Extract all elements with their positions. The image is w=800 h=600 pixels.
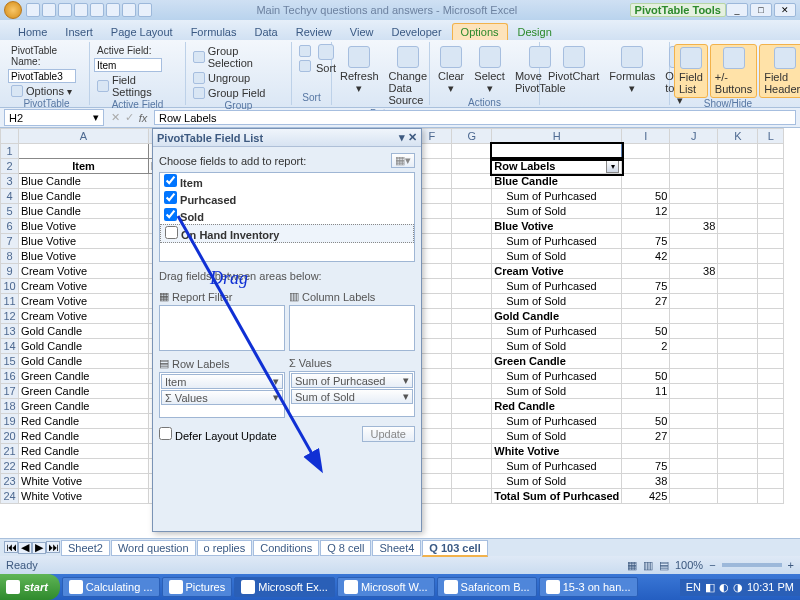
cell[interactable]: [718, 399, 758, 414]
cell[interactable]: [718, 489, 758, 504]
taskbar-item[interactable]: Safaricom B...: [437, 577, 537, 597]
layout-menu-button[interactable]: ▦▾: [391, 153, 415, 168]
row-header[interactable]: 3: [1, 174, 19, 189]
redo-icon[interactable]: [58, 3, 72, 17]
cell[interactable]: [718, 249, 758, 264]
view-break-icon[interactable]: ▤: [659, 559, 669, 572]
cell[interactable]: 38: [670, 219, 718, 234]
row-header[interactable]: 20: [1, 429, 19, 444]
cell[interactable]: [670, 159, 718, 174]
cell[interactable]: [758, 384, 784, 399]
sort-za-button[interactable]: [296, 59, 314, 73]
cell[interactable]: [758, 309, 784, 324]
report-filter-drop[interactable]: [159, 305, 285, 351]
quick-access-toolbar[interactable]: [26, 3, 152, 17]
plus-minus-buttons[interactable]: +/- Buttons: [710, 44, 757, 98]
row-header[interactable]: 15: [1, 354, 19, 369]
cell[interactable]: [670, 309, 718, 324]
cell-row-labels[interactable]: Row Labels▾: [492, 159, 622, 174]
cell[interactable]: [452, 444, 492, 459]
fx-icon[interactable]: fx: [136, 112, 150, 124]
dropdown-icon[interactable]: ▾: [399, 131, 405, 143]
cell[interactable]: 50: [622, 324, 670, 339]
cell[interactable]: [758, 249, 784, 264]
cell[interactable]: [452, 324, 492, 339]
cell[interactable]: Green Candle: [19, 399, 149, 414]
value-tag[interactable]: Sum of Sold▾: [291, 389, 413, 404]
cell[interactable]: [670, 174, 718, 189]
cell[interactable]: [622, 144, 670, 159]
cell[interactable]: 50: [622, 189, 670, 204]
cell[interactable]: Item: [19, 159, 149, 174]
cell[interactable]: [622, 444, 670, 459]
cell[interactable]: Sum of Purhcased: [492, 369, 622, 384]
cell[interactable]: Sum of Sold: [492, 339, 622, 354]
cell[interactable]: [622, 354, 670, 369]
system-tray[interactable]: EN ◧ ◐ ◑ 10:31 PM: [680, 579, 800, 596]
language-indicator[interactable]: EN: [686, 581, 701, 593]
tab-review[interactable]: Review: [288, 24, 340, 40]
field-settings-button[interactable]: Field Settings: [94, 73, 181, 99]
ungroup-button[interactable]: Ungroup: [190, 71, 287, 85]
row-header[interactable]: 13: [1, 324, 19, 339]
tab-view[interactable]: View: [342, 24, 382, 40]
cell[interactable]: [758, 264, 784, 279]
row-header[interactable]: 18: [1, 399, 19, 414]
cell[interactable]: Gold Candle: [19, 354, 149, 369]
column-header[interactable]: G: [452, 129, 492, 144]
cell[interactable]: Gold Candle: [19, 324, 149, 339]
cell[interactable]: [670, 249, 718, 264]
cell[interactable]: [758, 204, 784, 219]
cell[interactable]: [622, 159, 670, 174]
tab-home[interactable]: Home: [10, 24, 55, 40]
cell[interactable]: [670, 474, 718, 489]
sheet-tab[interactable]: Sheet2: [61, 540, 110, 556]
cell[interactable]: Red Candle: [19, 429, 149, 444]
cancel-icon[interactable]: ✕: [108, 111, 122, 124]
select-all-corner[interactable]: [1, 129, 19, 144]
cell[interactable]: [758, 339, 784, 354]
pivottable-options-button[interactable]: Options ▾: [8, 84, 85, 98]
cell[interactable]: Cream Votive: [19, 264, 149, 279]
cell[interactable]: 27: [622, 294, 670, 309]
taskbar-item[interactable]: Pictures: [162, 577, 233, 597]
row-tag[interactable]: Σ Values▾: [161, 390, 283, 405]
cell[interactable]: Sum of Purhcased: [492, 459, 622, 474]
cell[interactable]: [452, 204, 492, 219]
field-on-hand-inventory[interactable]: On Hand Inventory: [160, 224, 414, 243]
clear-button[interactable]: Clear▾: [434, 44, 468, 97]
save-icon[interactable]: [26, 3, 40, 17]
cell[interactable]: [452, 189, 492, 204]
cell[interactable]: [452, 369, 492, 384]
column-header[interactable]: I: [622, 129, 670, 144]
cell[interactable]: [452, 294, 492, 309]
start-button[interactable]: start: [0, 574, 60, 600]
dropdown-icon[interactable]: ▾: [606, 160, 619, 173]
row-header[interactable]: 21: [1, 444, 19, 459]
cell[interactable]: [452, 489, 492, 504]
cell[interactable]: Sum of Purhcased: [492, 279, 622, 294]
column-header[interactable]: A: [19, 129, 149, 144]
view-normal-icon[interactable]: ▦: [627, 559, 637, 572]
field-sold[interactable]: Sold: [160, 207, 414, 224]
cell[interactable]: Sum of Sold: [492, 204, 622, 219]
cell[interactable]: [452, 144, 492, 159]
cell[interactable]: [718, 144, 758, 159]
cell[interactable]: 42: [622, 249, 670, 264]
pivottable-name-input[interactable]: [8, 69, 76, 83]
cell[interactable]: [718, 279, 758, 294]
cell[interactable]: [452, 399, 492, 414]
office-button[interactable]: [4, 1, 22, 19]
row-header[interactable]: 11: [1, 294, 19, 309]
enter-icon[interactable]: ✓: [122, 111, 136, 124]
cell[interactable]: [758, 474, 784, 489]
cell[interactable]: Red Candle: [19, 444, 149, 459]
sheet-nav[interactable]: ⏮◀▶⏭: [4, 541, 60, 554]
tab-data[interactable]: Data: [246, 24, 285, 40]
active-field-input[interactable]: [94, 58, 162, 72]
cell[interactable]: 50: [622, 369, 670, 384]
cell[interactable]: [758, 444, 784, 459]
cell[interactable]: 12: [622, 204, 670, 219]
field-item[interactable]: Item: [160, 173, 414, 190]
cell[interactable]: [452, 429, 492, 444]
